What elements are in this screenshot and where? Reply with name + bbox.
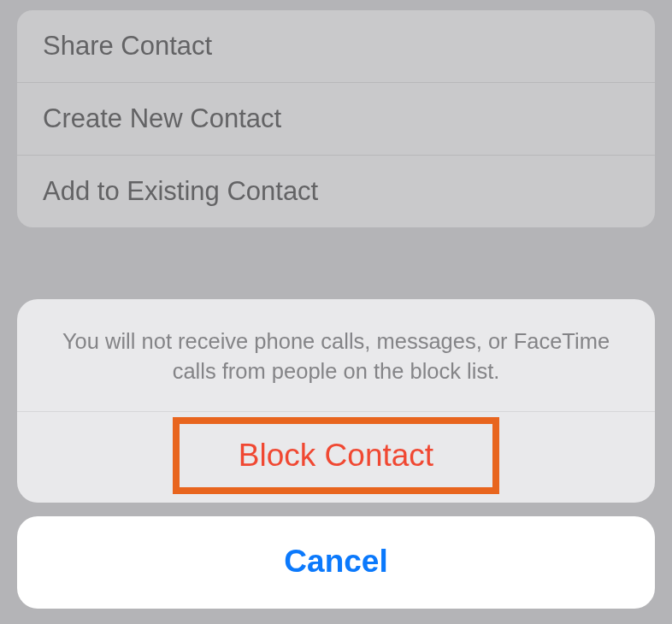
action-sheet-group: You will not receive phone calls, messag… xyxy=(17,299,655,503)
create-new-contact-row[interactable]: Create New Contact xyxy=(17,83,655,156)
share-contact-row[interactable]: Share Contact xyxy=(17,10,655,83)
contact-options-card: Share Contact Create New Contact Add to … xyxy=(17,10,655,227)
block-contact-label: Block Contact xyxy=(239,438,433,473)
add-to-existing-contact-row[interactable]: Add to Existing Contact xyxy=(17,156,655,227)
action-sheet-message: You will not receive phone calls, messag… xyxy=(17,299,655,412)
cancel-button[interactable]: Cancel xyxy=(17,516,655,609)
block-contact-button[interactable]: Block Contact xyxy=(17,412,655,503)
action-sheet: You will not receive phone calls, messag… xyxy=(17,299,655,609)
